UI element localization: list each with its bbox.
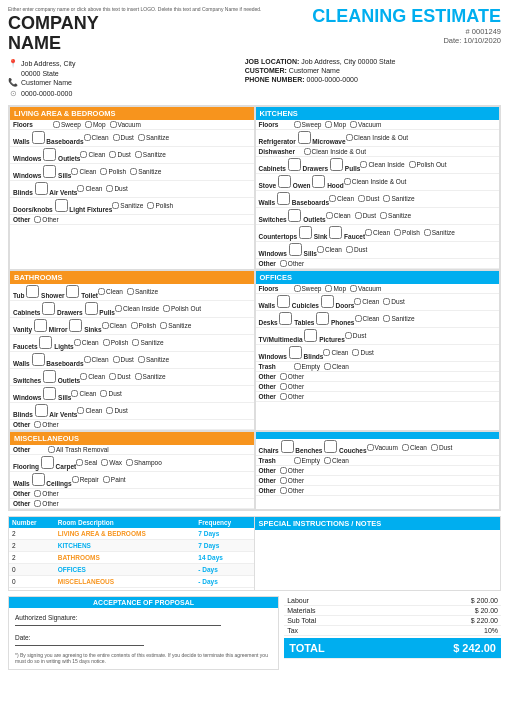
- k-clean-io-cb[interactable]: [346, 134, 353, 141]
- b-clean2-cb[interactable]: [102, 322, 109, 329]
- o-dust-cb[interactable]: [383, 298, 390, 305]
- k-dust2-cb[interactable]: [358, 195, 365, 202]
- o-tv-cb[interactable]: [304, 329, 317, 342]
- o-vacuum-cb[interactable]: [350, 285, 357, 292]
- m-other2-cb[interactable]: [34, 500, 41, 507]
- k-ct-cb[interactable]: [299, 226, 312, 239]
- dust4-cb[interactable]: [106, 185, 113, 192]
- k-cab-cb[interactable]: [288, 158, 301, 171]
- b-san5-cb[interactable]: [135, 373, 142, 380]
- k-draws-cb[interactable]: [330, 158, 343, 171]
- k-mop-cb[interactable]: [325, 121, 332, 128]
- b-clean6-cb[interactable]: [71, 390, 78, 397]
- k-san2-cb[interactable]: [383, 195, 390, 202]
- b-clean5-cb[interactable]: [80, 373, 87, 380]
- o-desks-cb[interactable]: [279, 312, 292, 325]
- o-other2-cb[interactable]: [280, 383, 287, 390]
- o-other3-cb[interactable]: [280, 393, 287, 400]
- o-san2-cb[interactable]: [383, 315, 390, 322]
- k-sw-cb[interactable]: [288, 209, 301, 222]
- o-mop-cb[interactable]: [325, 285, 332, 292]
- b-clean4-cb[interactable]: [84, 356, 91, 363]
- clean-cb[interactable]: [84, 134, 91, 141]
- b-mirror-cb[interactable]: [69, 319, 82, 332]
- dust-cb[interactable]: [113, 134, 120, 141]
- sanitize2-cb[interactable]: [135, 151, 142, 158]
- b-blinds-cb[interactable]: [35, 404, 48, 417]
- m-shampoo-cb[interactable]: [126, 459, 133, 466]
- o-tables-cb[interactable]: [316, 312, 329, 325]
- o-clean-cb[interactable]: [354, 298, 361, 305]
- k-dust3-cb[interactable]: [355, 212, 362, 219]
- doors-cb[interactable]: [55, 199, 68, 212]
- b-san2-cb[interactable]: [160, 322, 167, 329]
- b-van-cb[interactable]: [34, 319, 47, 332]
- b-pol3-cb[interactable]: [103, 339, 110, 346]
- k-sink-cb[interactable]: [329, 226, 342, 239]
- k-ci-cb[interactable]: [360, 161, 367, 168]
- b-cab-cb[interactable]: [42, 302, 55, 315]
- b-san-cb[interactable]: [127, 288, 134, 295]
- c-other3-cb[interactable]: [280, 487, 287, 494]
- b-san3-cb[interactable]: [132, 339, 139, 346]
- c-chairs-cb[interactable]: [281, 440, 294, 453]
- b-shower-cb[interactable]: [66, 285, 79, 298]
- o-cub-cb[interactable]: [321, 295, 334, 308]
- sweep-cb[interactable]: [53, 121, 60, 128]
- k-dw-cb[interactable]: [304, 148, 311, 155]
- k-polish4-cb[interactable]: [394, 229, 401, 236]
- m-seal-cb[interactable]: [76, 459, 83, 466]
- k-refrig-cb[interactable]: [298, 131, 311, 144]
- polish-cb[interactable]: [100, 168, 107, 175]
- c-clean-cb[interactable]: [402, 444, 409, 451]
- b-sw-cb[interactable]: [43, 370, 56, 383]
- o-empty-cb[interactable]: [294, 363, 301, 370]
- m-paint-cb[interactable]: [103, 476, 110, 483]
- k-soh-cb[interactable]: [344, 178, 351, 185]
- b-dust4-cb[interactable]: [113, 356, 120, 363]
- windows-outlets-cb[interactable]: [43, 148, 56, 161]
- m-other1-cb[interactable]: [34, 490, 41, 497]
- c-other1-cb[interactable]: [280, 467, 287, 474]
- c-other2-cb[interactable]: [280, 477, 287, 484]
- b-dust6-cb[interactable]: [100, 390, 107, 397]
- k-walls-cb[interactable]: [277, 192, 290, 205]
- k-po-cb[interactable]: [409, 161, 416, 168]
- c-clean2-cb[interactable]: [324, 457, 331, 464]
- clean4-cb[interactable]: [77, 185, 84, 192]
- sanitize3-cb[interactable]: [130, 168, 137, 175]
- k-win-cb[interactable]: [289, 243, 302, 256]
- o-clean5-cb[interactable]: [324, 363, 331, 370]
- k-san3-cb[interactable]: [380, 212, 387, 219]
- b-clean3-cb[interactable]: [74, 339, 81, 346]
- o-sweep-cb[interactable]: [294, 285, 301, 292]
- b-pol2-cb[interactable]: [131, 322, 138, 329]
- o-dust4-cb[interactable]: [352, 349, 359, 356]
- m-trash-cb[interactable]: [48, 446, 55, 453]
- o-clean4-cb[interactable]: [323, 349, 330, 356]
- b-other-cb[interactable]: [34, 421, 41, 428]
- k-clean4-cb[interactable]: [365, 229, 372, 236]
- k-owen-cb[interactable]: [312, 175, 325, 188]
- o-dust3-cb[interactable]: [345, 332, 352, 339]
- dust2-cb[interactable]: [109, 151, 116, 158]
- polish5-cb[interactable]: [147, 202, 154, 209]
- k-other-cb[interactable]: [280, 260, 287, 267]
- k-clean3-cb[interactable]: [326, 212, 333, 219]
- m-floor-cb[interactable]: [41, 456, 54, 469]
- m-walls-cb[interactable]: [32, 473, 45, 486]
- k-clean2-cb[interactable]: [329, 195, 336, 202]
- b-po-cb[interactable]: [163, 305, 170, 312]
- k-stove-cb[interactable]: [278, 175, 291, 188]
- m-repair-cb[interactable]: [72, 476, 79, 483]
- b-fau-cb[interactable]: [39, 336, 52, 349]
- c-vacuum-cb[interactable]: [367, 444, 374, 451]
- b-win-cb[interactable]: [43, 387, 56, 400]
- k-clean5-cb[interactable]: [317, 246, 324, 253]
- walls-cb[interactable]: [32, 131, 45, 144]
- b-dust5-cb[interactable]: [109, 373, 116, 380]
- b-san4-cb[interactable]: [138, 356, 145, 363]
- o-walls-cb[interactable]: [277, 295, 290, 308]
- o-other1-cb[interactable]: [280, 373, 287, 380]
- b-dust7-cb[interactable]: [106, 407, 113, 414]
